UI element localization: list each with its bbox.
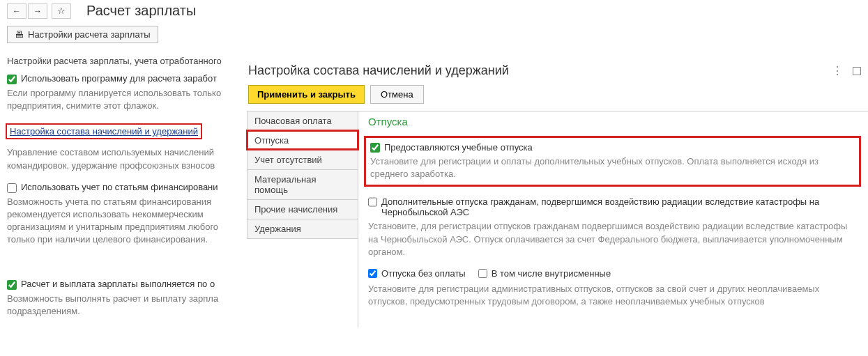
config-dialog: Настройка состава начислений и удержаний…: [241, 59, 868, 356]
favorite-button[interactable]: ☆: [52, 3, 71, 19]
chernobyl-label: Дополнительные отпуска гражданам, подвер…: [381, 196, 858, 217]
chernobyl-checkbox[interactable]: [368, 197, 377, 207]
more-menu-icon[interactable]: ⋮: [832, 64, 843, 77]
section-title: Отпуска: [368, 116, 858, 127]
unpaid-group: Отпуска без оплаты В том числе внутрисме…: [368, 268, 858, 308]
tab-absence[interactable]: Учет отсутствий: [247, 150, 358, 169]
use-program-label: Использовать программу для расчета зараб…: [21, 73, 217, 84]
intrashift-label: В том числе внутрисменные: [492, 268, 611, 279]
study-vacation-group: Предоставляются учебные отпуска Установи…: [364, 136, 861, 187]
salary-settings-button[interactable]: Настройки расчета зарплаты: [7, 26, 158, 43]
use-program-desc: Если программу планируется использовать …: [7, 87, 234, 112]
study-vacation-label: Предоставляются учебные отпуска: [384, 142, 533, 153]
content-pane: Отпуска Предоставляются учебные отпуска …: [358, 111, 868, 327]
payroll-by-label: Расчет и выплата зарплаты выполняется по…: [21, 279, 215, 289]
payroll-by-desc: Возможность выполнять расчет и выплату з…: [7, 293, 234, 318]
apply-close-button[interactable]: Применить и закрыть: [248, 85, 365, 104]
print-icon: [15, 29, 24, 40]
tab-material[interactable]: Материальная помощь: [247, 169, 358, 199]
by-financing-label: Использовать учет по статьям финансирова…: [21, 182, 218, 192]
tab-deductions[interactable]: Удержания: [247, 219, 358, 239]
intrashift-checkbox[interactable]: [478, 269, 487, 278]
salary-settings-label: Настройки расчета зарплаты: [28, 29, 151, 40]
unpaid-checkbox[interactable]: [368, 269, 377, 278]
by-financing-desc: Возможность учета по статьям финансирова…: [7, 196, 234, 247]
config-link-highlight: Настройка состава начислений и удержаний: [6, 123, 202, 139]
nav-back-button[interactable]: ←: [7, 3, 26, 19]
unpaid-option: Отпуска без оплаты: [368, 268, 466, 279]
window-mode-icon[interactable]: [853, 67, 861, 75]
tab-other[interactable]: Прочие начисления: [247, 199, 358, 219]
unpaid-label: Отпуска без оплаты: [381, 268, 466, 279]
chernobyl-desc: Установите, для регистрации отпусков гра…: [368, 220, 858, 258]
study-vacation-checkbox[interactable]: [370, 143, 380, 153]
page-title: Расчет зарплаты: [86, 3, 196, 19]
intro-text: Настройки расчета зарплаты, учета отрабо…: [7, 56, 234, 66]
use-program-checkbox[interactable]: [7, 75, 17, 84]
config-link-desc: Управление составом используемых начисле…: [7, 146, 234, 171]
by-financing-checkbox[interactable]: [7, 183, 17, 193]
chernobyl-group: Дополнительные отпуска гражданам, подвер…: [368, 196, 858, 258]
payroll-by-checkbox[interactable]: [7, 280, 17, 290]
tab-vacations[interactable]: Отпуска: [247, 130, 358, 150]
intrashift-option: В том числе внутрисменные: [478, 268, 611, 279]
study-vacation-desc: Установите для регистрации и оплаты допо…: [370, 155, 855, 180]
tab-hourly[interactable]: Почасовая оплата: [247, 111, 358, 130]
cancel-button[interactable]: Отмена: [370, 85, 424, 104]
config-composition-link[interactable]: Настройка состава начислений и удержаний: [10, 126, 198, 137]
vertical-tabs: Почасовая оплата Отпуска Учет отсутствий…: [247, 111, 358, 327]
nav-forward-button[interactable]: →: [28, 3, 47, 19]
dialog-title: Настройка состава начислений и удержаний: [248, 63, 509, 78]
unpaid-desc: Установите для регистрации административ…: [368, 283, 858, 308]
